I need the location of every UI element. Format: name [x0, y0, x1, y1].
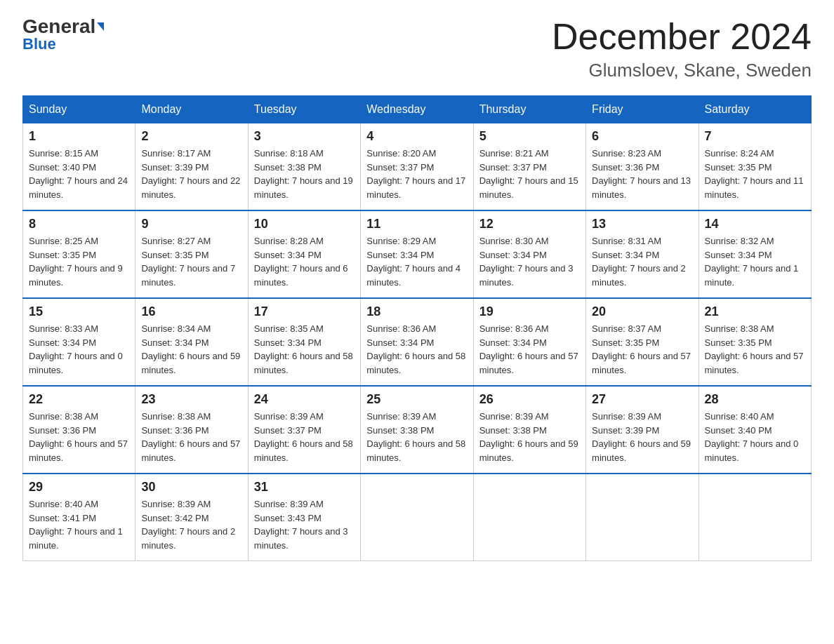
day-number: 13 [592, 217, 692, 232]
table-row: 3 Sunrise: 8:18 AM Sunset: 3:38 PM Dayli… [248, 123, 360, 211]
table-row: 7 Sunrise: 8:24 AM Sunset: 3:35 PM Dayli… [699, 123, 811, 211]
table-row: 20 Sunrise: 8:37 AM Sunset: 3:35 PM Dayl… [586, 298, 699, 386]
day-number: 23 [141, 392, 241, 407]
table-row: 26 Sunrise: 8:39 AM Sunset: 3:38 PM Dayl… [473, 386, 585, 474]
day-number: 9 [141, 217, 241, 232]
col-thursday: Thursday [473, 96, 585, 123]
table-row: 19 Sunrise: 8:36 AM Sunset: 3:34 PM Dayl… [473, 298, 585, 386]
day-info: Sunrise: 8:34 AM Sunset: 3:34 PM Dayligh… [141, 322, 241, 377]
day-info: Sunrise: 8:15 AM Sunset: 3:40 PM Dayligh… [29, 147, 129, 201]
col-wednesday: Wednesday [361, 96, 473, 123]
calendar-week-row: 8 Sunrise: 8:25 AM Sunset: 3:35 PM Dayli… [23, 210, 812, 298]
col-tuesday: Tuesday [248, 96, 360, 123]
day-info: Sunrise: 8:38 AM Sunset: 3:35 PM Dayligh… [705, 322, 805, 377]
table-row: 15 Sunrise: 8:33 AM Sunset: 3:34 PM Dayl… [23, 298, 135, 386]
day-number: 10 [254, 217, 355, 232]
page-header: General Blue December 2024 Glumsloev, Sk… [22, 17, 812, 81]
table-row: 11 Sunrise: 8:29 AM Sunset: 3:34 PM Dayl… [361, 210, 473, 298]
table-row: 31 Sunrise: 8:39 AM Sunset: 3:43 PM Dayl… [248, 474, 360, 561]
day-number: 22 [29, 392, 129, 407]
table-row: 29 Sunrise: 8:40 AM Sunset: 3:41 PM Dayl… [23, 474, 135, 561]
day-info: Sunrise: 8:36 AM Sunset: 3:34 PM Dayligh… [366, 322, 467, 377]
table-row: 6 Sunrise: 8:23 AM Sunset: 3:36 PM Dayli… [586, 123, 699, 211]
table-row: 12 Sunrise: 8:30 AM Sunset: 3:34 PM Dayl… [473, 210, 585, 298]
day-info: Sunrise: 8:40 AM Sunset: 3:41 PM Dayligh… [29, 497, 129, 552]
day-number: 18 [366, 304, 467, 319]
day-info: Sunrise: 8:18 AM Sunset: 3:38 PM Dayligh… [254, 147, 355, 201]
calendar-week-row: 1 Sunrise: 8:15 AM Sunset: 3:40 PM Dayli… [23, 123, 812, 211]
col-friday: Friday [586, 96, 699, 123]
day-info: Sunrise: 8:39 AM Sunset: 3:43 PM Dayligh… [254, 497, 355, 552]
table-row: 18 Sunrise: 8:36 AM Sunset: 3:34 PM Dayl… [361, 298, 473, 386]
day-info: Sunrise: 8:29 AM Sunset: 3:34 PM Dayligh… [366, 234, 467, 289]
day-number: 11 [366, 217, 467, 232]
day-info: Sunrise: 8:36 AM Sunset: 3:34 PM Dayligh… [479, 322, 580, 377]
day-number: 6 [592, 129, 692, 144]
table-row: 28 Sunrise: 8:40 AM Sunset: 3:40 PM Dayl… [699, 386, 811, 474]
day-number: 16 [141, 304, 241, 319]
table-row: 22 Sunrise: 8:38 AM Sunset: 3:36 PM Dayl… [23, 386, 135, 474]
table-row: 23 Sunrise: 8:38 AM Sunset: 3:36 PM Dayl… [135, 386, 248, 474]
day-number: 17 [254, 304, 355, 319]
table-row: 27 Sunrise: 8:39 AM Sunset: 3:39 PM Dayl… [586, 386, 699, 474]
day-info: Sunrise: 8:24 AM Sunset: 3:35 PM Dayligh… [705, 147, 805, 201]
table-row [361, 474, 473, 561]
day-info: Sunrise: 8:39 AM Sunset: 3:38 PM Dayligh… [479, 410, 580, 464]
day-info: Sunrise: 8:31 AM Sunset: 3:34 PM Dayligh… [592, 234, 692, 289]
col-saturday: Saturday [699, 96, 811, 123]
day-number: 29 [29, 480, 129, 495]
day-number: 27 [592, 392, 692, 407]
table-row: 1 Sunrise: 8:15 AM Sunset: 3:40 PM Dayli… [23, 123, 135, 211]
day-info: Sunrise: 8:21 AM Sunset: 3:37 PM Dayligh… [479, 147, 580, 201]
day-info: Sunrise: 8:39 AM Sunset: 3:39 PM Dayligh… [592, 410, 692, 464]
day-info: Sunrise: 8:28 AM Sunset: 3:34 PM Dayligh… [254, 234, 355, 289]
day-info: Sunrise: 8:38 AM Sunset: 3:36 PM Dayligh… [141, 410, 241, 464]
table-row [586, 474, 699, 561]
calendar-week-row: 22 Sunrise: 8:38 AM Sunset: 3:36 PM Dayl… [23, 386, 812, 474]
logo-general-text: General [22, 15, 104, 37]
calendar-header-row: Sunday Monday Tuesday Wednesday Thursday… [23, 96, 812, 123]
calendar-title: December 2024 [552, 17, 812, 57]
table-row: 10 Sunrise: 8:28 AM Sunset: 3:34 PM Dayl… [248, 210, 360, 298]
day-number: 1 [29, 129, 129, 144]
table-row: 5 Sunrise: 8:21 AM Sunset: 3:37 PM Dayli… [473, 123, 585, 211]
table-row: 9 Sunrise: 8:27 AM Sunset: 3:35 PM Dayli… [135, 210, 248, 298]
table-row: 30 Sunrise: 8:39 AM Sunset: 3:42 PM Dayl… [135, 474, 248, 561]
day-number: 8 [29, 217, 129, 232]
col-sunday: Sunday [23, 96, 135, 123]
day-number: 31 [254, 480, 355, 495]
table-row [473, 474, 585, 561]
day-info: Sunrise: 8:39 AM Sunset: 3:42 PM Dayligh… [141, 497, 241, 552]
day-info: Sunrise: 8:33 AM Sunset: 3:34 PM Dayligh… [29, 322, 129, 377]
day-info: Sunrise: 8:17 AM Sunset: 3:39 PM Dayligh… [141, 147, 241, 201]
table-row: 4 Sunrise: 8:20 AM Sunset: 3:37 PM Dayli… [361, 123, 473, 211]
day-number: 4 [366, 129, 467, 144]
logo-blue-text: Blue [22, 35, 56, 53]
day-info: Sunrise: 8:32 AM Sunset: 3:34 PM Dayligh… [705, 234, 805, 289]
day-number: 30 [141, 480, 241, 495]
day-number: 26 [479, 392, 580, 407]
table-row: 25 Sunrise: 8:39 AM Sunset: 3:38 PM Dayl… [361, 386, 473, 474]
calendar-subtitle: Glumsloev, Skane, Sweden [552, 60, 812, 81]
logo-line1: General [22, 17, 104, 36]
table-row: 21 Sunrise: 8:38 AM Sunset: 3:35 PM Dayl… [699, 298, 811, 386]
day-info: Sunrise: 8:37 AM Sunset: 3:35 PM Dayligh… [592, 322, 692, 377]
day-number: 19 [479, 304, 580, 319]
day-number: 5 [479, 129, 580, 144]
logo-triangle-icon [97, 22, 104, 31]
day-info: Sunrise: 8:35 AM Sunset: 3:34 PM Dayligh… [254, 322, 355, 377]
calendar-week-row: 15 Sunrise: 8:33 AM Sunset: 3:34 PM Dayl… [23, 298, 812, 386]
table-row: 17 Sunrise: 8:35 AM Sunset: 3:34 PM Dayl… [248, 298, 360, 386]
day-number: 14 [705, 217, 805, 232]
day-number: 12 [479, 217, 580, 232]
day-info: Sunrise: 8:39 AM Sunset: 3:38 PM Dayligh… [366, 410, 467, 464]
day-info: Sunrise: 8:23 AM Sunset: 3:36 PM Dayligh… [592, 147, 692, 201]
day-info: Sunrise: 8:39 AM Sunset: 3:37 PM Dayligh… [254, 410, 355, 464]
day-info: Sunrise: 8:27 AM Sunset: 3:35 PM Dayligh… [141, 234, 241, 289]
title-area: December 2024 Glumsloev, Skane, Sweden [552, 17, 812, 81]
day-number: 15 [29, 304, 129, 319]
logo: General Blue [22, 17, 104, 53]
day-number: 28 [705, 392, 805, 407]
day-number: 21 [705, 304, 805, 319]
calendar-week-row: 29 Sunrise: 8:40 AM Sunset: 3:41 PM Dayl… [23, 474, 812, 561]
